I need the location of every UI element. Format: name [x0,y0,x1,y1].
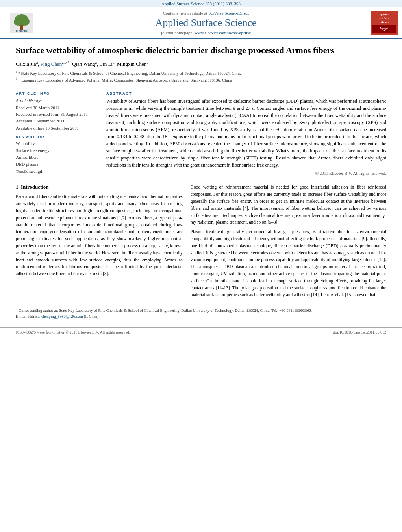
elsevier-tree-icon: ELSEVIER [10,13,33,33]
footnote-star: * Corresponding author at: State Key Lab… [16,308,386,313]
keyword-4: DBD plasma [16,161,98,168]
footnote: * Corresponding author at: State Key Lab… [16,308,386,319]
footnote-email: E-mail address: chenping_8980@126.com (P… [16,313,386,319]
keyword-5: Tensile strength [16,168,98,175]
affiliation-a: a ᵃ State Key Laboratory of Fine Chemica… [16,70,386,76]
author-bin: Bin Li [99,61,113,67]
footer-doi: doi:10.1016/j.apsusc.2011.09.012 [333,330,386,334]
author-ping: Ping Chen [41,61,62,67]
intro-heading: 1. Introduction [16,184,183,190]
homepage-link[interactable]: www.elsevier.com/locate/apsusc [195,30,251,35]
svg-point-3 [22,18,30,26]
svg-rect-4 [20,25,23,30]
footer-bar: 0169-4332/$ – see front matter © 2011 El… [0,327,402,337]
main-content: Surface wettability of atmospheric diele… [0,39,402,327]
article-info-label: ARTICLE INFO [16,91,98,95]
intro-para-right-1: Good wetting of reinforcement material i… [191,184,386,226]
affiliation-b: b ᵇ Liaoning Key Laboratory of Advanced … [16,76,386,83]
journal-logo-box: applied surface science [371,11,398,35]
citation-bar: Applied Surface Science 258 (2011) 388–3… [0,0,402,7]
keyword-1: Wettability [16,140,98,147]
svg-text:ELSEVIER: ELSEVIER [16,30,28,32]
affiliations: a ᵃ State Key Laboratory of Fine Chemica… [16,70,386,83]
article-title: Surface wettability of atmospheric diele… [16,45,386,56]
intro-para-1: Para-aramid fibers and textile materials… [16,193,183,278]
svg-point-2 [14,18,22,26]
sciencedirect-line: Contents lists available at SciVerse Sci… [45,11,367,15]
body-left-col: 1. Introduction Para-aramid fibers and t… [16,184,183,301]
keywords-label: Keywords: [16,135,98,139]
history-label: Article history: [16,98,98,104]
article-info-col: ARTICLE INFO Article history: Received 3… [16,91,98,176]
keyword-2: Surface free energy [16,147,98,154]
divider-1 [16,87,386,87]
citation-text: Applied Surface Science 258 (2011) 388–3… [161,1,241,6]
abstract-col: ABSTRACT Wettability of Armos fibers has… [106,91,386,176]
journal-header: ELSEVIER Contents lists available at Sci… [0,7,402,39]
footer-license: 0169-4332/$ – see front matter © 2011 El… [16,330,130,334]
authors-line: Caixia Jiaa, Ping Chena,b,*, Qian Wanga,… [16,60,386,67]
footnote-email-link[interactable]: chenping_8980@126.com [41,314,83,319]
body-right-col: Good wetting of reinforcement material i… [191,184,386,301]
journal-title: Applied Surface Science [45,17,367,29]
body-content: 1. Introduction Para-aramid fibers and t… [16,184,386,301]
keywords-section: Keywords: Wettability Surface free energ… [16,135,98,175]
elsevier-logo: ELSEVIER [4,13,39,33]
abstract-text: Wettability of Armos fibers has been inv… [106,98,386,169]
intro-para-right-2: Plasma treatment, generally performed at… [191,228,386,298]
author-caixia: Caixia Jia [16,61,36,67]
journal-center-header: Contents lists available at SciVerse Sci… [45,11,367,35]
homepage-line: journal homepage: www.elsevier.com/locat… [45,30,367,35]
accepted-date: Accepted 3 September 2011 [16,118,98,124]
received-revised-date: Received in revised form 31 August 2011 [16,111,98,117]
article-info-abstract: ARTICLE INFO Article history: Received 3… [16,91,386,176]
author-mingxin: Mingxin Chen [117,61,146,67]
keyword-3: Armos fibers [16,154,98,161]
keywords-list: Wettability Surface free energy Armos fi… [16,140,98,175]
sciencedirect-link[interactable]: SciVerse ScienceDirect [208,11,249,15]
available-date: Available online 10 September 2011 [16,125,98,131]
author-qian: Qian Wang [72,61,95,67]
footnote-divider [16,305,164,305]
copyright-line: © 2011 Elsevier B.V. All rights reserved… [106,171,386,176]
divider-2 [16,180,386,180]
abstract-label: ABSTRACT [106,91,386,95]
received-date: Received 30 March 2011 [16,105,98,111]
journal-logo-right: applied surface science [367,11,398,35]
